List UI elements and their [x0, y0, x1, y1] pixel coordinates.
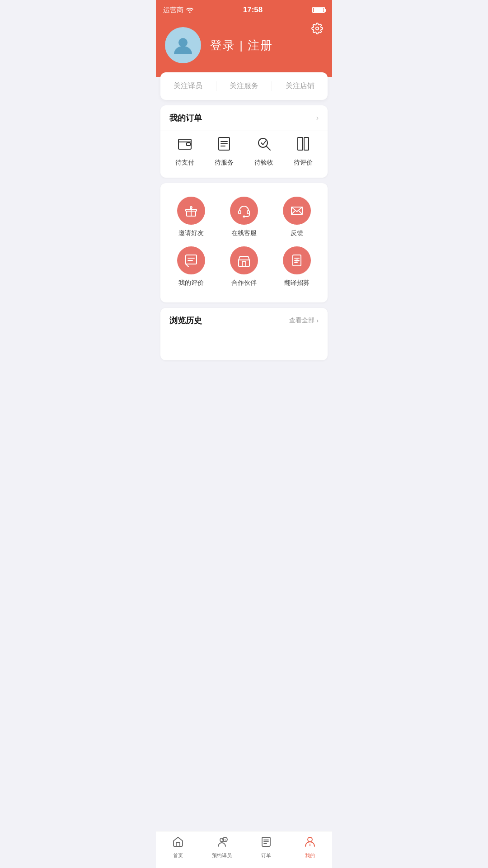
list-icon — [216, 136, 232, 154]
profile-row: 登录 | 注册 — [165, 27, 323, 63]
svg-rect-3 — [178, 139, 191, 149]
svg-line-13 — [263, 141, 266, 145]
svg-line-24 — [291, 211, 295, 214]
order-pending-review-label: 待评价 — [294, 159, 313, 167]
order-icons: 待支付 待服务 — [160, 131, 328, 178]
svg-point-46 — [308, 837, 312, 842]
service-partners[interactable]: 合作伙伴 — [218, 242, 271, 292]
search-check-icon — [256, 136, 272, 154]
svg-text:单: 单 — [295, 259, 299, 263]
carrier-label: 运营商 — [163, 6, 183, 14]
service-feedback-label: 反馈 — [291, 229, 303, 237]
svg-line-25 — [299, 211, 302, 214]
svg-rect-15 — [304, 137, 309, 150]
order-pending-check-label: 待验收 — [254, 159, 273, 167]
svg-rect-4 — [187, 143, 190, 146]
order-pending-payment-label: 待支付 — [175, 159, 194, 167]
nav-translator-label: 预约译员 — [212, 852, 232, 859]
my-orders-card: 我的订单 › 待支付 — [160, 105, 328, 178]
service-my-review[interactable]: 我的评价 — [165, 242, 218, 292]
order-pending-payment[interactable]: 待支付 — [175, 136, 194, 167]
svg-point-2 — [178, 38, 188, 47]
nav-home[interactable]: 首页 — [156, 836, 200, 859]
svg-rect-14 — [298, 137, 302, 150]
service-invite-friends[interactable]: 邀请好友 — [165, 192, 218, 242]
my-orders-header: 我的订单 › — [160, 105, 328, 131]
battery-icon — [312, 7, 325, 13]
svg-point-1 — [316, 27, 319, 30]
nav-home-label: 首页 — [173, 852, 183, 859]
svg-rect-26 — [186, 255, 197, 264]
wifi-icon — [186, 7, 193, 13]
nav-translator[interactable]: 文 预约译员 — [200, 836, 244, 859]
profile-header: 登录 | 注册 — [156, 18, 332, 77]
order-pending-service[interactable]: 待服务 — [215, 136, 234, 167]
gift-icon — [177, 197, 205, 225]
nav-profile-label: 我的 — [305, 852, 315, 859]
services-card: 邀请好友 在线客服 — [160, 183, 328, 302]
svg-point-0 — [189, 12, 191, 13]
store-icon — [230, 246, 258, 274]
service-my-review-label: 我的评价 — [178, 279, 204, 287]
home-icon — [172, 836, 184, 850]
svg-rect-38 — [176, 843, 180, 846]
book-icon — [295, 136, 311, 154]
service-customer-service[interactable]: 在线客服 — [218, 192, 271, 242]
svg-point-10 — [258, 138, 267, 147]
translator-icon: 文 — [216, 836, 228, 850]
svg-line-11 — [267, 146, 270, 150]
follow-translator[interactable]: 关注译员 — [160, 81, 216, 91]
svg-rect-30 — [239, 260, 249, 266]
avatar[interactable] — [165, 27, 201, 63]
headset-icon — [230, 197, 258, 225]
settings-icon[interactable] — [311, 23, 323, 37]
follow-bar: 关注译员 关注服务 关注店铺 — [160, 72, 328, 100]
orders-icon — [260, 836, 272, 850]
wallet-icon — [177, 136, 193, 154]
follow-service[interactable]: 关注服务 — [216, 81, 272, 91]
login-register-text[interactable]: 登录 | 注册 — [210, 38, 273, 53]
order-pending-check[interactable]: 待验收 — [254, 136, 273, 167]
browse-history-card: 浏览历史 查看全部 › — [160, 308, 328, 360]
svg-line-27 — [186, 264, 189, 267]
profile-icon — [304, 836, 316, 850]
my-orders-arrow[interactable]: › — [316, 114, 319, 122]
status-bar: 运营商 17:58 — [156, 0, 332, 18]
review-icon — [177, 246, 205, 274]
service-grid: 邀请好友 在线客服 — [160, 183, 328, 302]
bottom-nav: 首页 文 预约译员 订单 — [156, 831, 332, 868]
nav-orders[interactable]: 订单 — [244, 836, 288, 859]
view-all-history[interactable]: 查看全部 › — [289, 316, 319, 325]
follow-shop[interactable]: 关注店铺 — [272, 81, 328, 91]
svg-text:文: 文 — [224, 839, 226, 841]
svg-rect-31 — [242, 262, 246, 266]
order-pending-service-label: 待服务 — [215, 159, 234, 167]
browse-history-header: 浏览历史 查看全部 › — [160, 308, 328, 333]
chevron-right-icon: › — [316, 317, 319, 324]
service-feedback[interactable]: 反馈 — [270, 192, 323, 242]
service-invite-label: 邀请好友 — [178, 229, 204, 237]
svg-rect-20 — [239, 211, 241, 214]
status-time: 17:58 — [243, 5, 263, 14]
status-left: 运营商 — [163, 6, 193, 14]
my-orders-title: 我的订单 — [169, 113, 202, 123]
service-partners-label: 合作伙伴 — [231, 279, 257, 287]
svg-rect-21 — [247, 211, 249, 214]
service-translate-recruit[interactable]: 单 翻译招募 — [270, 242, 323, 292]
nav-profile[interactable]: 我的 — [288, 836, 333, 859]
mail-icon — [283, 197, 311, 225]
service-recruit-label: 翻译招募 — [284, 279, 310, 287]
order-pending-review[interactable]: 待评价 — [294, 136, 313, 167]
service-cs-label: 在线客服 — [231, 229, 257, 237]
nav-orders-label: 订单 — [261, 852, 271, 859]
memo-icon: 单 — [283, 246, 311, 274]
svg-point-22 — [243, 216, 244, 217]
browse-history-content — [160, 333, 328, 360]
browse-history-title: 浏览历史 — [169, 315, 202, 326]
